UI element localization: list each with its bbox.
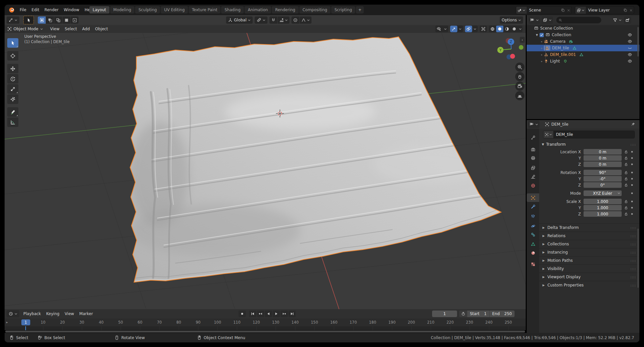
properties-tab-view-layer[interactable] <box>527 163 539 172</box>
value-field[interactable]: 0 m <box>584 161 622 167</box>
box-select-tool-button[interactable] <box>7 38 18 48</box>
jump-end-button[interactable] <box>288 310 296 317</box>
timeline-menu-marker[interactable]: Marker <box>77 310 95 317</box>
tab-texture-paint[interactable]: Texture Paint <box>189 6 220 13</box>
expand-arrow-icon[interactable]: ▸ <box>541 47 542 50</box>
disclosure-triangle-icon[interactable]: ▼ <box>536 34 538 37</box>
pivot-point-dropdown[interactable] <box>255 16 267 24</box>
select-extend-button[interactable] <box>46 16 54 24</box>
lock-icon[interactable] <box>624 212 628 216</box>
timeline-menu-view[interactable]: View <box>62 310 77 317</box>
cursor-3d-tool-button[interactable] <box>7 51 18 61</box>
eye-icon[interactable] <box>628 59 632 63</box>
menu-file[interactable]: File <box>17 6 29 13</box>
tab-modeling[interactable]: Modeling <box>110 6 135 13</box>
viewport-menu-view[interactable]: View <box>48 26 62 32</box>
rotation-mode-dropdown[interactable]: XYZ Euler <box>584 190 622 196</box>
properties-tab-object[interactable] <box>527 193 539 202</box>
gizmo-dropdown[interactable] <box>457 26 463 32</box>
animate-dot[interactable] <box>631 184 633 186</box>
shading-material-button[interactable] <box>503 26 511 32</box>
shading-wireframe-button[interactable] <box>489 26 496 32</box>
select-subtract-button[interactable] <box>54 16 62 24</box>
tab-layout[interactable]: Layout <box>89 6 109 13</box>
proportional-editing-toggle[interactable] <box>291 16 299 24</box>
tab-shading[interactable]: Shading <box>221 6 244 13</box>
value-field[interactable]: 90° <box>584 170 622 175</box>
lock-icon[interactable] <box>624 170 628 175</box>
record-button[interactable] <box>239 310 246 317</box>
use-preview-range-toggle[interactable] <box>459 310 467 317</box>
panel-viewport-display[interactable]: ▶Viewport Display:::: <box>539 273 639 281</box>
properties-editor-type-button[interactable] <box>528 121 540 128</box>
copy-icon[interactable] <box>622 7 628 14</box>
object-id-icon[interactable] <box>543 131 553 138</box>
jump-start-button[interactable] <box>249 310 256 317</box>
panel-custom-properties[interactable]: ▶Custom Properties:::: <box>539 281 639 289</box>
select-intersect-button[interactable] <box>71 16 79 24</box>
outliner-filter-dropdown[interactable] <box>612 16 623 24</box>
current-frame-field[interactable]: 1 <box>432 310 457 317</box>
select-set-button[interactable] <box>38 16 46 24</box>
object-name-field[interactable]: DEM_tile <box>543 131 635 138</box>
outliner-row-dem-tile-001[interactable]: ▸DEM_tile.001 <box>527 51 639 58</box>
tab-scripting[interactable]: Scripting <box>331 6 355 13</box>
eye-icon[interactable] <box>628 33 632 37</box>
expand-arrow-icon[interactable]: ▸ <box>541 60 542 63</box>
value-field[interactable]: 1.000 <box>584 211 622 217</box>
snap-target-dropdown[interactable] <box>278 16 289 24</box>
snap-toggle[interactable] <box>269 16 277 24</box>
transform-panel-header[interactable]: ▼ Transform :::: <box>542 141 636 148</box>
mode-dropdown[interactable]: Object Mode <box>7 27 43 31</box>
lock-icon[interactable] <box>624 150 628 154</box>
timeline-editor-type-button[interactable] <box>7 310 19 317</box>
value-field[interactable]: 0 m <box>584 149 622 155</box>
new-collection-button[interactable] <box>624 16 631 24</box>
end-frame-field[interactable]: End250 <box>490 310 515 317</box>
next-keyframe-button[interactable] <box>281 310 288 317</box>
lock-icon[interactable] <box>624 183 628 187</box>
value-field[interactable]: 1.000 <box>584 199 622 204</box>
outliner-row-light[interactable]: ▸Light <box>527 58 639 64</box>
blender-logo-icon[interactable] <box>8 6 15 13</box>
eye-closed-icon[interactable] <box>628 46 632 50</box>
lock-icon[interactable] <box>624 199 628 204</box>
properties-tab-constraints[interactable] <box>527 230 539 239</box>
outliner-row-dem-tile[interactable]: ▸DEM_tile <box>527 45 639 51</box>
menu-edit[interactable]: Edit <box>29 6 42 13</box>
panel-relations[interactable]: ▶Relations:::: <box>539 232 639 240</box>
panel-motion-paths[interactable]: ▶Motion Paths:::: <box>539 256 639 264</box>
value-field[interactable]: 0 m <box>584 155 622 161</box>
outliner-row-collection[interactable]: ▼Collection <box>527 32 639 38</box>
gizmo-toggle[interactable] <box>450 26 457 32</box>
properties-tab-modifiers[interactable] <box>527 202 539 211</box>
copy-icon[interactable] <box>560 7 566 14</box>
scale-tool-button[interactable] <box>7 84 18 94</box>
menu-render[interactable]: Render <box>42 6 61 13</box>
visibility-dropdown[interactable] <box>435 26 448 32</box>
lock-icon[interactable] <box>624 177 628 181</box>
transform-orientation-dropdown[interactable]: Global <box>226 16 253 24</box>
annotate-tool-button[interactable] <box>7 107 18 117</box>
eye-icon[interactable] <box>628 52 632 57</box>
falloff-dropdown[interactable] <box>300 16 311 24</box>
properties-tab-world[interactable] <box>527 181 539 190</box>
view-layer-browse-icon[interactable] <box>575 7 586 14</box>
close-icon[interactable] <box>628 7 634 14</box>
animate-dot[interactable] <box>631 192 633 194</box>
object-name-value[interactable]: DEM_tile <box>553 131 634 138</box>
outliner-filter-images-dropdown[interactable] <box>541 16 553 24</box>
play-reverse-button[interactable] <box>265 310 272 317</box>
properties-tab-texture[interactable] <box>527 260 539 268</box>
editor-type-button[interactable] <box>7 16 19 24</box>
xray-toggle[interactable] <box>480 26 487 32</box>
panel-collections[interactable]: ▶Collections:::: <box>539 240 639 248</box>
gizmo-axis-x[interactable] <box>510 54 515 59</box>
shading-dropdown[interactable] <box>518 26 522 32</box>
tab-uv-editing[interactable]: UV Editing <box>161 6 188 13</box>
properties-tab-scene[interactable] <box>527 172 539 181</box>
close-icon[interactable] <box>566 7 571 14</box>
tab-rendering[interactable]: Rendering <box>272 6 298 13</box>
active-tool-button[interactable] <box>23 16 34 24</box>
overlays-dropdown[interactable] <box>472 26 478 32</box>
